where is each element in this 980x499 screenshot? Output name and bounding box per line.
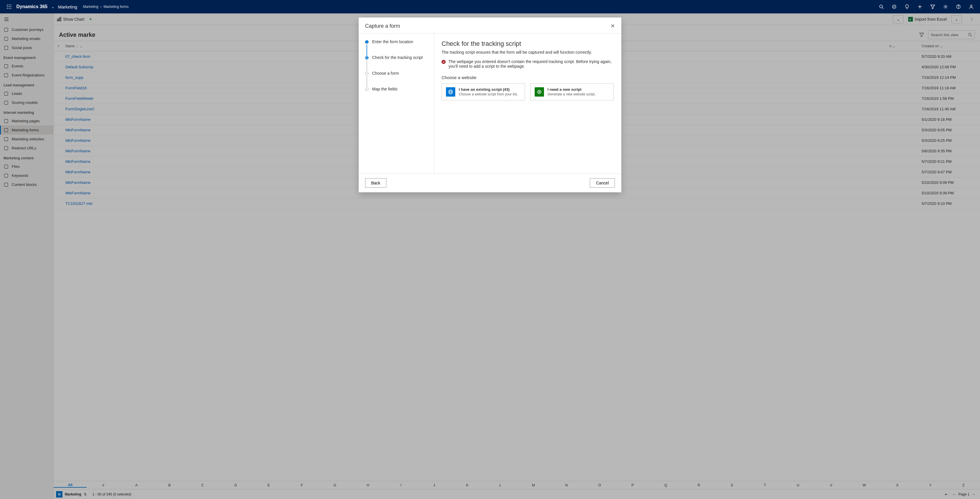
chevron-down-icon[interactable]: ⌄ (51, 5, 54, 9)
back-button[interactable]: Back (365, 178, 387, 188)
wizard-step[interactable]: Map the fields (365, 87, 427, 91)
svg-point-4 (9, 6, 10, 7)
global-header: Dynamics 365 ⌄ Marketing Marketing › Mar… (0, 0, 980, 13)
wizard-step[interactable]: Check for the tracking script (365, 55, 427, 71)
svg-point-0 (7, 5, 8, 6)
choose-website-heading: Choose a website (442, 75, 614, 80)
crumb-2[interactable]: Marketing forms (103, 5, 129, 9)
error-icon: ✕ (442, 60, 445, 64)
globe-icon (446, 87, 455, 97)
step-label: Choose a form (372, 71, 399, 76)
new-card-title: I need a new script (547, 87, 596, 92)
breadcrumb: Marketing › Marketing forms (83, 5, 129, 9)
svg-point-7 (9, 8, 10, 9)
crumb-1[interactable]: Marketing (83, 5, 99, 9)
svg-line-10 (882, 8, 883, 9)
close-icon[interactable]: ✕ (611, 23, 615, 29)
existing-card-desc: Choose a website script from your list. (459, 92, 518, 96)
new-card-desc: Generate a new website script. (547, 92, 596, 96)
step-dot (365, 56, 369, 60)
step-label: Map the fields (372, 87, 398, 91)
capture-form-modal: Capture a form ✕ Enter the form location… (359, 17, 621, 192)
svg-point-3 (7, 6, 8, 7)
svg-point-1 (9, 5, 10, 6)
svg-point-2 (11, 5, 11, 6)
modal-overlay: Capture a form ✕ Enter the form location… (0, 13, 980, 499)
panel-heading: Check for the tracking script (442, 40, 614, 48)
step-dot (365, 72, 369, 75)
plus-icon[interactable] (913, 0, 926, 13)
error-message: ✕ The webpage you entered doesn't contai… (442, 59, 614, 68)
step-dot (365, 87, 369, 91)
svg-point-15 (945, 6, 947, 8)
wizard-panel: Check for the tracking script The tracki… (434, 33, 621, 173)
existing-card-title: I have an existing script (43) (459, 87, 518, 92)
panel-subtext: The tracking script ensures that the for… (442, 50, 614, 54)
existing-script-card[interactable]: I have an existing script (43) Choose a … (442, 83, 525, 100)
brand-label[interactable]: Dynamics 365 (16, 4, 48, 10)
plus-circle-icon (535, 87, 544, 97)
help-icon[interactable] (952, 0, 965, 13)
user-icon[interactable] (965, 0, 978, 13)
step-label: Check for the tracking script (372, 55, 423, 60)
svg-point-17 (958, 8, 958, 8)
svg-point-5 (11, 6, 11, 7)
svg-point-9 (880, 5, 883, 8)
filter-icon[interactable] (926, 0, 939, 13)
gear-icon[interactable] (939, 0, 952, 13)
step-label: Enter the form location (372, 40, 413, 44)
modal-title: Capture a form (365, 23, 400, 29)
header-area[interactable]: Marketing (58, 5, 77, 10)
svg-point-6 (7, 8, 8, 9)
cancel-button[interactable]: Cancel (590, 178, 615, 188)
wizard-step[interactable]: Enter the form location (365, 40, 427, 55)
svg-point-8 (11, 8, 11, 9)
app-launcher-icon[interactable] (2, 0, 16, 13)
error-text: The webpage you entered doesn't contain … (449, 59, 614, 68)
step-dot (365, 40, 369, 44)
search-icon[interactable] (875, 0, 888, 13)
svg-point-18 (970, 5, 972, 7)
wizard-steps: Enter the form locationCheck for the tra… (359, 33, 434, 173)
new-script-card[interactable]: I need a new script Generate a new websi… (530, 83, 614, 100)
lightbulb-icon[interactable] (900, 0, 913, 13)
wizard-step[interactable]: Choose a form (365, 71, 427, 87)
task-icon[interactable] (888, 0, 900, 13)
